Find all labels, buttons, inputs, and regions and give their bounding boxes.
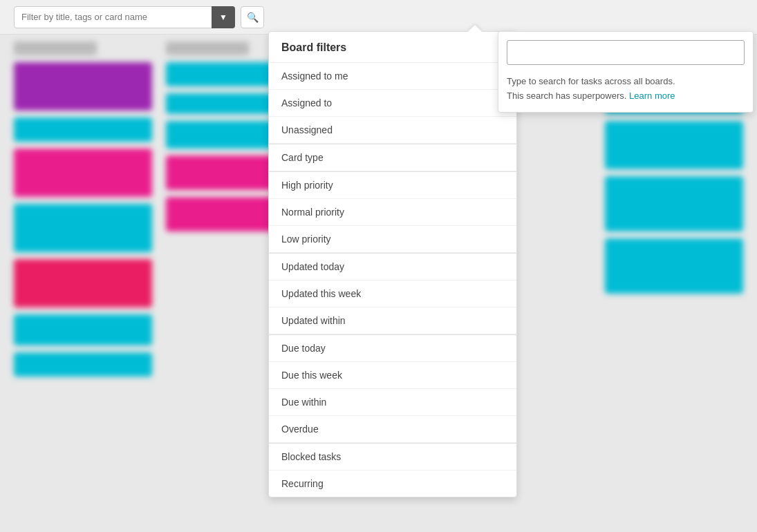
- filter-input[interactable]: [14, 6, 235, 28]
- filter-low-priority[interactable]: Low priority: [269, 226, 516, 253]
- filter-recurring[interactable]: Recurring: [269, 471, 516, 497]
- filter-due-within[interactable]: Due within: [269, 389, 516, 416]
- right-card: [605, 121, 743, 169]
- right-card: [605, 176, 743, 231]
- filter-high-priority[interactable]: High priority: [269, 172, 516, 199]
- filter-normal-priority[interactable]: Normal priority: [269, 199, 516, 226]
- board-card: [14, 149, 152, 197]
- dropdown-arrow: [468, 25, 482, 32]
- filter-icon: ▼: [219, 12, 227, 22]
- search-popup: Type to search for tasks across all boar…: [498, 31, 754, 113]
- search-icon: 🔍: [247, 12, 259, 23]
- search-popup-input[interactable]: [507, 40, 745, 65]
- board-filters-dropdown: Board filters Assigned to me Assigned to…: [268, 31, 517, 497]
- search-description-line2: This search has superpowers.: [507, 91, 626, 101]
- filter-updated-within[interactable]: Updated within: [269, 307, 516, 334]
- filter-assigned-to-me[interactable]: Assigned to me: [269, 63, 516, 90]
- board-card: [14, 352, 152, 377]
- filter-overdue[interactable]: Overdue: [269, 416, 516, 443]
- filter-updated-this-week[interactable]: Updated this week: [269, 281, 516, 307]
- board-card: [14, 62, 152, 111]
- board-card: [14, 204, 152, 252]
- filter-icon-button[interactable]: ▼: [212, 6, 235, 28]
- filter-assigned-to[interactable]: Assigned to: [269, 90, 516, 117]
- filter-updated-today[interactable]: Updated today: [269, 254, 516, 281]
- toolbar: ▼ 🔍: [0, 0, 757, 35]
- filter-unassigned[interactable]: Unassigned: [269, 117, 516, 144]
- filter-card-type[interactable]: Card type: [269, 144, 516, 171]
- right-card: [605, 238, 743, 294]
- board-column-left: [14, 41, 152, 518]
- column-title: [14, 41, 97, 55]
- dropdown-title: Board filters: [269, 32, 516, 63]
- learn-more-link[interactable]: Learn more: [629, 91, 675, 101]
- filter-blocked-tasks[interactable]: Blocked tasks: [269, 444, 516, 471]
- board-card: [14, 259, 152, 307]
- search-description-line1: Type to search for tasks across all boar…: [507, 76, 675, 86]
- board-card: [14, 117, 152, 142]
- column-title: [166, 41, 249, 55]
- filter-input-wrapper: ▼: [14, 6, 235, 28]
- search-popup-description: Type to search for tasks across all boar…: [507, 75, 745, 104]
- search-button[interactable]: 🔍: [241, 6, 264, 28]
- board-card: [14, 314, 152, 345]
- filter-due-today[interactable]: Due today: [269, 335, 516, 362]
- filter-due-this-week[interactable]: Due this week: [269, 362, 516, 389]
